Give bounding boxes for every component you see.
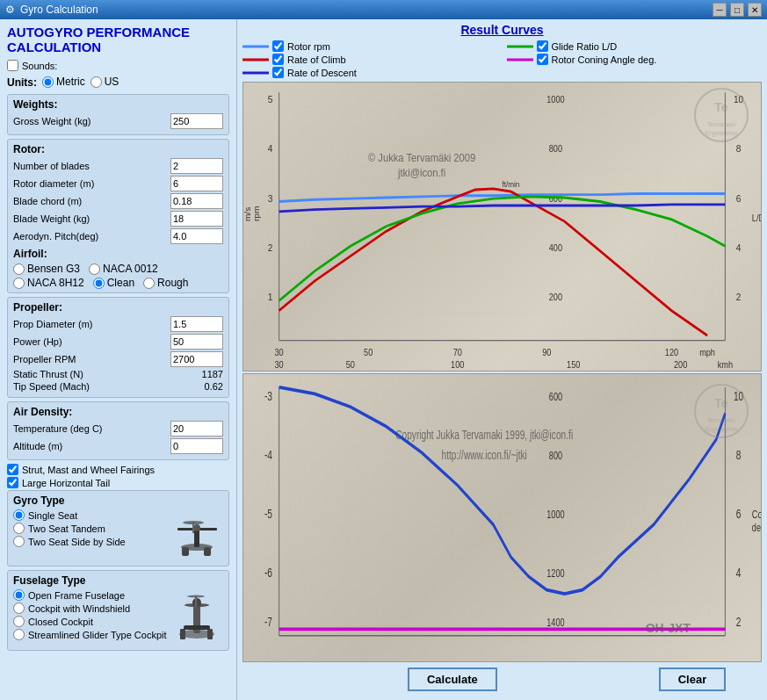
power-input[interactable]: [170, 334, 223, 350]
temperature-row: Temperature (deg C): [13, 421, 223, 437]
units-row: Units: Metric US: [7, 73, 229, 90]
sounds-checkbox[interactable]: [7, 60, 18, 71]
streamlined-radio[interactable]: [13, 629, 25, 640]
chart2-logo: Te Tervamaki Engineering: [691, 383, 752, 440]
bensen-g3-label: Bensen G3: [27, 263, 80, 275]
legend-glide-checkbox[interactable]: [537, 40, 548, 52]
fuselage-type-section: Fuselage Type Open Frame Fuselage Cockpi…: [7, 570, 229, 651]
legend-descent-checkbox[interactable]: [272, 67, 284, 78]
power-row: Power (Hp): [13, 334, 223, 350]
strut-mast-checkbox[interactable]: [7, 464, 18, 475]
two-seat-side-radio[interactable]: [13, 536, 25, 547]
power-label: Power (Hp): [13, 336, 170, 347]
window-title: Gyro Calculation: [20, 4, 98, 16]
legend-climb-checkbox[interactable]: [272, 54, 284, 65]
svg-rect-4: [182, 547, 189, 556]
sounds-label: Sounds:: [22, 61, 57, 71]
propeller-section: Propeller: Prop Diameter (m) Power (Hp) …: [7, 297, 229, 398]
units-metric-radio[interactable]: [42, 76, 54, 88]
svg-rect-12: [195, 596, 197, 607]
svg-point-13: [187, 595, 205, 597]
two-seat-tandem-label: Two Seat Tandem: [28, 523, 105, 534]
open-frame-radio[interactable]: [13, 589, 25, 601]
two-seat-side-row: Two Seat Side by Side: [13, 536, 170, 547]
bensen-g3-radio[interactable]: [13, 263, 25, 275]
clean-radio[interactable]: [93, 278, 105, 289]
svg-text:Te: Te: [714, 100, 728, 114]
num-blades-label: Number of blades: [13, 161, 170, 171]
temperature-input[interactable]: [170, 421, 223, 437]
closed-cockpit-radio[interactable]: [13, 616, 25, 627]
legend-rotor-rpm: Rotor rpm: [242, 40, 498, 52]
units-metric-label: Metric: [56, 76, 85, 88]
air-density-section: Air Density: Temperature (deg C) Altitud…: [7, 401, 229, 460]
svg-text:6: 6: [736, 192, 742, 204]
units-label: Units:: [7, 76, 37, 89]
fuselage-icon: [170, 589, 223, 646]
minimize-button[interactable]: ─: [713, 3, 727, 17]
close-button[interactable]: ✕: [748, 3, 762, 17]
gross-weight-row: Gross Weight (kg): [13, 113, 223, 129]
svg-text:3: 3: [268, 192, 273, 204]
chart1-svg: 5 4 3 2 1 1000 800 600 400 200 10 8 6 4 …: [243, 83, 761, 371]
airfoil-radio-row2: NACA 8H12 Clean Rough: [13, 277, 223, 289]
naca-8h12-label: NACA 8H12: [27, 277, 84, 289]
altitude-input[interactable]: [170, 438, 223, 454]
svg-text:http://www.icon.fi/~jtki: http://www.icon.fi/~jtki: [442, 446, 527, 462]
rotor-section: Rotor: Number of blades Rotor diameter (…: [7, 139, 229, 293]
rotor-title: Rotor:: [13, 143, 223, 155]
svg-text:4: 4: [736, 242, 742, 253]
calculate-button[interactable]: Calculate: [408, 668, 497, 691]
gross-weight-input[interactable]: [170, 113, 223, 129]
sounds-row: Sounds:: [7, 60, 229, 71]
tip-speed-row: Tip Speed (Mach) 0.62: [13, 381, 223, 392]
streamlined-label: Streamlined Glider Type Cockpit: [28, 630, 167, 640]
aerodyn-pitch-input[interactable]: [170, 228, 223, 244]
static-thrust-value: 1187: [202, 369, 223, 379]
svg-text:Te: Te: [714, 396, 728, 410]
rotor-diameter-row: Rotor diameter (m): [13, 176, 223, 191]
legend-coning-checkbox[interactable]: [537, 54, 548, 65]
cockpit-windshield-radio[interactable]: [13, 603, 25, 614]
svg-text:200: 200: [549, 292, 562, 303]
chart-2: -3 -4 -5 -6 -7 600 800 1000 1200 1400 10…: [242, 373, 762, 663]
num-blades-input[interactable]: [170, 158, 223, 174]
naca-8h12-radio[interactable]: [13, 278, 25, 289]
legend-rate-descent: Rate of Descent: [242, 67, 498, 78]
svg-text:L/D: L/D: [752, 213, 761, 224]
svg-text:120: 120: [665, 347, 678, 357]
single-seat-label: Single Seat: [28, 510, 77, 521]
prop-rpm-input[interactable]: [170, 351, 223, 367]
rotor-diameter-input[interactable]: [170, 176, 223, 191]
units-us-radio[interactable]: [90, 76, 102, 88]
legend-rotor-label: Rotor rpm: [287, 41, 330, 52]
legend-coning: Rotor Coning Angle deg.: [507, 54, 763, 65]
legend-rotor-checkbox[interactable]: [272, 40, 284, 52]
svg-text:kmh: kmh: [718, 360, 733, 371]
naca-0012-label: NACA 0012: [103, 263, 158, 275]
clear-button[interactable]: Clear: [659, 668, 727, 691]
two-seat-tandem-radio[interactable]: [13, 523, 25, 534]
single-seat-radio[interactable]: [13, 509, 25, 521]
blade-chord-input[interactable]: [170, 193, 223, 209]
title-bar: ⚙ Gyro Calculation ─ □ ✕: [0, 0, 767, 19]
rotor-diameter-label: Rotor diameter (m): [13, 178, 170, 189]
blade-weight-row: Blade Weight (kg): [13, 211, 223, 227]
naca-0012-radio[interactable]: [89, 263, 100, 275]
svg-text:-6: -6: [264, 564, 272, 580]
svg-rect-16: [184, 625, 210, 630]
svg-text:© Jukka Tervamäki 2009: © Jukka Tervamäki 2009: [368, 152, 475, 165]
temperature-label: Temperature (deg C): [13, 423, 170, 434]
static-thrust-label: Static Thrust (N): [13, 369, 199, 379]
large-tail-checkbox[interactable]: [7, 477, 18, 488]
prop-diameter-input[interactable]: [170, 316, 223, 332]
single-seat-row: Single Seat: [13, 509, 170, 521]
rough-radio[interactable]: [143, 278, 155, 289]
svg-rect-5: [204, 547, 211, 556]
blade-weight-input[interactable]: [170, 211, 223, 227]
chart1-logo: Te Tervamaki Engineering: [691, 87, 752, 144]
fuselage-type-title: Fuselage Type: [13, 574, 223, 587]
maximize-button[interactable]: □: [730, 3, 744, 17]
svg-rect-63: [279, 386, 726, 635]
svg-text:8: 8: [736, 143, 742, 155]
